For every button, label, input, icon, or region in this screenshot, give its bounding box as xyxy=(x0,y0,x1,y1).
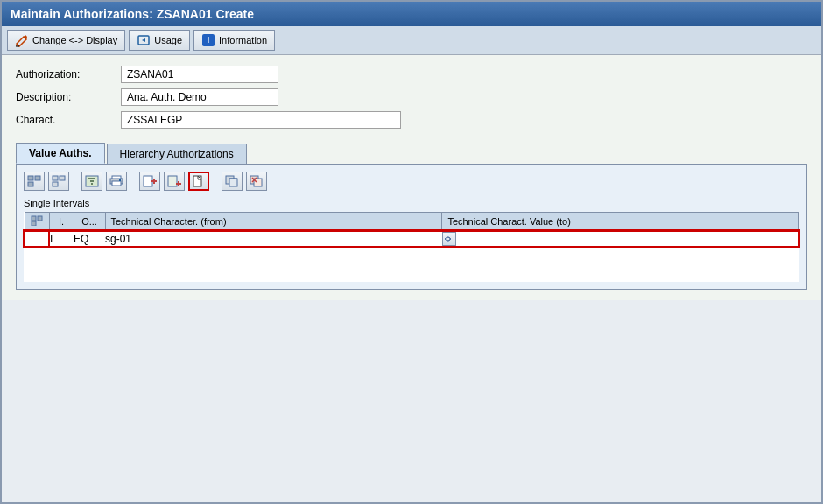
inner-btn-new-page[interactable] xyxy=(188,172,209,191)
description-value: Ana. Auth. Demo xyxy=(121,88,278,106)
svg-rect-15 xyxy=(119,179,121,181)
svg-rect-7 xyxy=(53,182,58,186)
description-label: Description: xyxy=(16,91,121,103)
authorization-value: ZSANA01 xyxy=(121,66,278,83)
inner-btn-deselect[interactable] xyxy=(48,172,69,191)
usage-label: Usage xyxy=(154,35,182,46)
svg-rect-3 xyxy=(35,176,40,180)
svg-rect-5 xyxy=(53,176,58,180)
table-row[interactable]: I EQ sg-01 xyxy=(25,231,798,247)
row2-col1 xyxy=(49,247,74,264)
inner-btn-print[interactable] xyxy=(106,172,127,191)
information-label: Information xyxy=(219,35,267,46)
row1-col4 xyxy=(442,231,798,247)
charact-row: Charact. ZSSALEGP xyxy=(16,111,807,129)
row1-col0 xyxy=(25,231,49,247)
window-title: Maintain Authorizations: ZSANA01 Create xyxy=(11,7,254,21)
col-header-from: Technical Character. (from) xyxy=(105,213,442,232)
row1-col1: I xyxy=(49,231,74,247)
information-button[interactable]: i Information xyxy=(193,30,275,51)
row1-icon[interactable] xyxy=(442,232,456,246)
description-row: Description: Ana. Auth. Demo xyxy=(16,88,807,106)
svg-rect-16 xyxy=(144,176,152,186)
authorization-row: Authorization: ZSANA01 xyxy=(16,66,807,83)
row1-col3: sg-01 xyxy=(105,231,442,247)
change-display-button[interactable]: Change <-> Display xyxy=(7,30,125,51)
change-display-label: Change <-> Display xyxy=(32,35,117,46)
single-intervals-label: Single Intervals xyxy=(24,198,799,208)
row3-col2 xyxy=(74,264,105,282)
table-row[interactable] xyxy=(25,247,798,264)
grid-table: I. O... Technical Character. (from) Tech… xyxy=(24,212,799,282)
svg-rect-34 xyxy=(38,216,42,220)
svg-rect-2 xyxy=(28,176,33,180)
row3-col3 xyxy=(105,264,442,282)
charact-value: ZSSALEGP xyxy=(121,111,401,129)
usage-icon xyxy=(137,33,151,47)
inner-btn-select-all[interactable] xyxy=(24,172,45,191)
svg-rect-35 xyxy=(32,221,36,226)
svg-rect-33 xyxy=(32,216,36,220)
row3-col1 xyxy=(49,264,74,282)
charact-label: Charact. xyxy=(16,114,121,126)
title-bar: Maintain Authorizations: ZSANA01 Create xyxy=(2,2,821,26)
tab-content: Single Intervals xyxy=(16,164,807,290)
row2-col4 xyxy=(442,247,798,264)
row2-col3 xyxy=(105,247,442,264)
col-header-checkbox xyxy=(25,213,49,232)
inner-btn-filter[interactable] xyxy=(81,172,102,191)
inner-btn-insert[interactable] xyxy=(139,172,160,191)
row3-col0 xyxy=(25,264,49,282)
pencil-icon xyxy=(15,33,29,47)
table-row[interactable] xyxy=(25,264,798,282)
tabs-row: Value Auths. Hierarchy Authorizations xyxy=(16,143,807,164)
inner-btn-append[interactable] xyxy=(164,172,185,191)
tab-value-auths[interactable]: Value Auths. xyxy=(16,143,105,164)
tab-hierarchy-authorizations[interactable]: Hierarchy Authorizations xyxy=(107,144,247,164)
content-area: Authorization: ZSANA01 Description: Ana.… xyxy=(2,55,821,300)
usage-button[interactable]: Usage xyxy=(129,30,190,51)
tabs-section: Value Auths. Hierarchy Authorizations xyxy=(16,143,807,290)
row3-col4 xyxy=(442,264,798,282)
row1-col2: EQ xyxy=(74,231,105,247)
svg-rect-27 xyxy=(229,178,237,186)
svg-rect-19 xyxy=(168,176,177,186)
col-header-to: Technical Charact. Value (to) xyxy=(442,213,798,232)
grid-header: I. O... Technical Character. (from) Tech… xyxy=(25,213,798,232)
col-header-o: O... xyxy=(74,213,105,232)
main-window: Maintain Authorizations: ZSANA01 Create … xyxy=(0,0,823,504)
svg-rect-6 xyxy=(60,176,65,180)
inner-btn-copy[interactable] xyxy=(222,172,243,191)
authorization-label: Authorization: xyxy=(16,68,121,80)
info-icon: i xyxy=(201,33,215,47)
col-header-i: I. xyxy=(49,213,74,232)
row2-col2 xyxy=(74,247,105,264)
svg-rect-14 xyxy=(112,181,121,186)
inner-toolbar xyxy=(24,172,799,191)
inner-btn-delete[interactable] xyxy=(246,172,267,191)
svg-rect-4 xyxy=(28,182,33,186)
row2-col0 xyxy=(25,247,49,264)
top-toolbar: Change <-> Display Usage i Information xyxy=(2,26,821,55)
